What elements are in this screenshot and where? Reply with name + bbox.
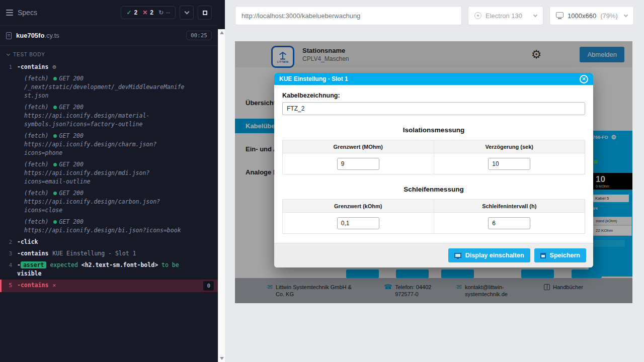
url-input[interactable]	[235, 12, 461, 20]
fetch-log-entry[interactable]: (fetch)GET 200 https://api.iconify.desig…	[0, 102, 218, 130]
col-grenzwert-kohm: Grenzwert (kOhm)	[283, 200, 434, 213]
speichern-button[interactable]: Speichern	[534, 248, 586, 262]
chevron-down-icon	[7, 52, 10, 56]
fetch-status: GET 200	[59, 218, 83, 225]
monitor-icon	[556, 12, 564, 18]
save-icon	[540, 253, 546, 258]
assert-badge: assert	[21, 261, 47, 268]
col-verzoegerung-sek: Verzögerung (sek)	[434, 140, 585, 153]
fetch-tag: (fetch)	[24, 75, 48, 82]
viewport-size: 1000x660	[568, 12, 596, 20]
pending-icon: ↻	[158, 9, 164, 16]
browser-name: Electron 130	[486, 12, 522, 20]
command-contains-1[interactable]: 1 -contains ⚙	[0, 61, 218, 73]
fetch-log-entry[interactable]: (fetch)GET 200 /_next/static/development…	[0, 73, 218, 102]
line-number: 3	[0, 249, 17, 258]
close-icon[interactable]: ✕	[580, 75, 588, 83]
collapse-button[interactable]	[180, 6, 194, 20]
fetch-log-entry[interactable]: (fetch)GET 200 https://api.iconify.desig…	[0, 130, 218, 159]
grenzwert-kohm-input[interactable]	[337, 217, 379, 229]
scroll-down-icon[interactable]	[220, 357, 224, 360]
command-name: -contains	[17, 249, 48, 258]
failed-count: 2	[150, 9, 153, 16]
schleifenmessung-title: Schleifenmessung	[282, 186, 585, 193]
fetch-status: GET 200	[59, 132, 83, 139]
spec-file-icon	[6, 32, 12, 39]
fetch-url: https://api.iconify.design/charm.json?ic…	[24, 140, 186, 157]
specs-label: Specs	[18, 9, 37, 17]
fetch-tag: (fetch)	[24, 132, 48, 139]
fetch-log-entry[interactable]: (fetch)GET 200 https://api.iconify.desig…	[0, 216, 218, 236]
command-message: ✕	[52, 281, 56, 290]
isolationsmessung-title: Isolationsmessung	[282, 126, 585, 134]
command-name: -contains	[17, 281, 48, 290]
spec-ext: .cy.ts	[44, 32, 59, 39]
viewport-selector[interactable]: 1000x660 (79%)	[549, 6, 634, 25]
status-dot-icon	[53, 106, 57, 109]
fetch-log-entry[interactable]: (fetch)GET 200 https://api.iconify.desig…	[0, 188, 218, 216]
fetch-tag: (fetch)	[24, 190, 48, 197]
test-stats[interactable]: ✓2 ✕2 ↻--	[121, 6, 176, 19]
fetch-tag: (fetch)	[24, 161, 48, 168]
browser-selector[interactable]: Electron 130	[468, 6, 543, 25]
col-grenzwert-mohm: Grenzwert (MOhm)	[283, 140, 434, 153]
specs-menu-button[interactable]: Specs	[6, 9, 37, 17]
fetch-status: GET 200	[59, 75, 83, 82]
schleifenintervall-input[interactable]	[488, 217, 530, 229]
spec-row[interactable]: kue705fo.cy.ts 00:25	[0, 26, 218, 46]
fetch-tag: (fetch)	[24, 104, 48, 111]
test-runner-main: Electron 130 1000x660 (79%) LITTWIN Stat…	[225, 0, 644, 362]
modal-header: KUE Einstellung - Slot 1 ✕	[274, 73, 593, 85]
grenzwert-mohm-input[interactable]	[337, 158, 379, 170]
reporter-header: Specs ✓2 ✕2 ↻--	[0, 0, 218, 26]
aut-frame: LITTWIN Stationsname CPLV4_Maschen ⚙ Abm…	[235, 41, 632, 303]
command-log: 1 -contains ⚙ (fetch)GET 200 /_next/stat…	[0, 61, 218, 292]
test-body-label: TEST BODY	[13, 52, 45, 57]
status-dot-icon	[53, 134, 57, 138]
kabelbezeichnung-label: Kabelbezeichnung:	[282, 92, 585, 99]
stop-button[interactable]	[198, 6, 212, 20]
status-dot-icon	[53, 192, 57, 195]
command-assert[interactable]: 4 -assert expected <h2.text-sm.font-bold…	[0, 259, 218, 280]
isolationsmessung-table: Grenzwert (MOhm) Verzögerung (sek)	[282, 140, 585, 174]
stop-icon	[203, 11, 207, 15]
line-number: 5	[2, 281, 17, 290]
spec-name: kue705fo	[16, 32, 44, 39]
runner-toolbar: Electron 130 1000x660 (79%)	[235, 6, 634, 25]
command-name: -click	[17, 238, 38, 246]
verzoegerung-sek-input[interactable]	[488, 158, 530, 170]
command-name: -contains	[17, 63, 48, 71]
display-einschalten-button[interactable]: Display einschalten	[448, 248, 530, 262]
status-dot-icon	[53, 220, 57, 224]
line-number: 2	[0, 238, 17, 246]
test-body-toggle[interactable]: TEST BODY	[0, 46, 218, 61]
modal-footer: Display einschalten Speichern	[274, 243, 593, 267]
scroll-up-icon[interactable]	[220, 31, 224, 34]
reporter-scrollbar[interactable]	[218, 29, 225, 362]
url-bar	[235, 6, 462, 25]
command-contains-2[interactable]: 3 -contains KUE Einstellung - Slot 1	[0, 248, 218, 259]
col-schleifenintervall-h: Schleifenintervall (h)	[434, 200, 585, 213]
fetch-status: GET 200	[59, 104, 83, 111]
match-count-badge: 0	[203, 281, 214, 291]
passed-icon: ✓	[126, 9, 131, 16]
fetch-tag: (fetch)	[24, 218, 48, 225]
fetch-url: https://api.iconify.design/bi.json?icons…	[24, 226, 181, 235]
line-number: 1	[0, 63, 17, 71]
schleifenmessung-table: Grenzwert (kOhm) Schleifenintervall (h)	[282, 199, 585, 234]
fetch-url: /_next/static/development/_devMiddleware…	[24, 83, 186, 100]
fetch-status: GET 200	[59, 190, 83, 197]
kabelbezeichnung-input[interactable]	[282, 102, 585, 115]
fetch-log-entry[interactable]: (fetch)GET 200 https://api.iconify.desig…	[0, 159, 218, 188]
passed-count: 2	[134, 9, 138, 16]
chevron-down-icon	[533, 13, 537, 17]
pending-count: --	[166, 9, 170, 16]
chevron-down-icon	[184, 10, 189, 15]
command-click[interactable]: 2 -click	[0, 236, 218, 248]
line-number: 4	[0, 261, 17, 269]
kue-settings-modal: KUE Einstellung - Slot 1 ✕ Kabelbezeichn…	[274, 73, 593, 267]
status-dot-icon	[53, 77, 57, 80]
failed-icon: ✕	[142, 9, 147, 16]
fetch-url: https://api.iconify.design/carbon.json?i…	[24, 198, 186, 215]
command-contains-failed[interactable]: 5 -contains ✕ 0	[0, 280, 218, 292]
